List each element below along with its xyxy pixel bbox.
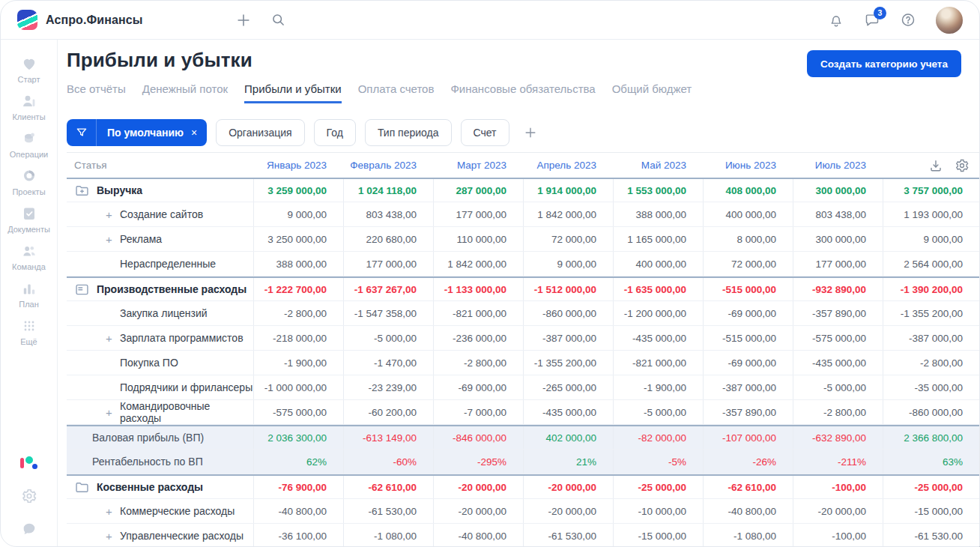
value-cell: -1 390 200,00 xyxy=(883,278,979,300)
sidebar-item-Операции[interactable]: Операции xyxy=(2,125,56,163)
value-cell: -265 000,00 xyxy=(523,375,613,399)
report-tabs: Все отчётыДенежный потокПрибыли и убытки… xyxy=(67,82,979,103)
add-filter-icon[interactable] xyxy=(523,125,538,140)
value-cell: 72 000,00 xyxy=(523,227,613,251)
value-cell: -860 000,00 xyxy=(523,301,613,325)
column-header-month[interactable]: Июнь 2023 xyxy=(703,160,793,171)
tab-Прибыли и убытки[interactable]: Прибыли и убытки xyxy=(244,82,342,103)
value-cell: 402 000,00 xyxy=(523,426,613,449)
filter-funnel-icon[interactable] xyxy=(67,119,97,146)
table-row: Покупка ПО-1 900,00-1 470,00-2 800,00-1 … xyxy=(67,351,979,375)
tab-Оплата счетов[interactable]: Оплата счетов xyxy=(358,82,435,103)
column-header-month[interactable]: Июль 2023 xyxy=(793,160,883,171)
row-name: Покупка ПО xyxy=(120,357,178,369)
sidebar-item-Команда[interactable]: Команда xyxy=(2,238,56,275)
expand-plus-icon[interactable]: + xyxy=(106,208,120,221)
row-name-cell: +Реклама xyxy=(67,227,253,251)
row-name-cell: +Зарплата программистов xyxy=(67,326,253,350)
table-row: Закупка лицензий-2 800,00-1 547 358,00-8… xyxy=(67,301,979,326)
value-cell: -35 000,00 xyxy=(883,375,979,399)
column-header-month[interactable]: Апрель 2023 xyxy=(523,160,613,171)
value-cell: 803 438,00 xyxy=(793,202,883,226)
brand-mini-logo-icon[interactable] xyxy=(20,455,38,471)
create-category-button[interactable]: Создать категорию учета xyxy=(807,50,961,77)
expand-plus-icon[interactable]: + xyxy=(106,505,120,518)
settings-gear-icon[interactable] xyxy=(21,488,37,504)
sidebar-item-Документы[interactable]: Документы xyxy=(2,200,56,238)
more-grid-icon xyxy=(20,317,38,335)
download-icon[interactable] xyxy=(928,158,943,173)
value-cell: -1 000 000,00 xyxy=(253,375,343,399)
search-icon[interactable] xyxy=(270,12,286,28)
row-name: Косвенные расходы xyxy=(97,481,203,493)
tab-Все отчёты[interactable]: Все отчёты xyxy=(67,82,126,103)
sidebar-item-label: Проекты xyxy=(12,187,45,196)
help-icon[interactable] xyxy=(900,12,916,28)
sidebar-item-Клиенты[interactable]: Клиенты xyxy=(2,88,56,125)
value-cell: -1 355 200,00 xyxy=(523,351,613,375)
expand-plus-icon[interactable]: + xyxy=(106,233,120,246)
row-name: Управленческие расходы xyxy=(120,530,244,542)
value-cell: 300 000,00 xyxy=(793,179,883,202)
tab-Финансовые обязательства[interactable]: Финансовые обязательства xyxy=(450,82,595,103)
value-cell: 3 250 000,00 xyxy=(253,227,343,251)
value-cell: -1 470,00 xyxy=(343,351,433,375)
value-cell: 62% xyxy=(253,450,343,474)
plan-icon xyxy=(20,279,38,297)
filter-chip-Тип периода[interactable]: Тип периода xyxy=(365,119,452,146)
support-chat-icon[interactable] xyxy=(21,521,37,537)
row-name-cell[interactable]: Выручка xyxy=(67,179,253,202)
value-cell: 2 366 800,00 xyxy=(883,426,979,449)
sidebar-item-Старт[interactable]: Старт xyxy=(2,50,56,88)
table-row: Выручка3 259 000,001 024 118,00287 000,0… xyxy=(67,178,979,202)
value-cell: -2 800,00 xyxy=(883,351,979,375)
expand-plus-icon[interactable]: + xyxy=(106,332,120,345)
value-cell: -295% xyxy=(433,450,523,474)
value-cell: -107 000,00 xyxy=(703,426,793,449)
note-icon xyxy=(74,282,90,297)
column-header-month[interactable]: Март 2023 xyxy=(433,160,523,171)
row-name-cell: Закупка лицензий xyxy=(67,301,253,325)
value-cell: -10 000,00 xyxy=(613,499,703,523)
expand-plus-icon[interactable]: + xyxy=(106,530,120,543)
filter-chip-Счет[interactable]: Счет xyxy=(461,119,509,146)
filter-chip-Год[interactable]: Год xyxy=(314,119,356,146)
table-row: +Коммерческие расходы-40 800,00-61 530,0… xyxy=(67,499,979,524)
value-cell: -20 000,00 xyxy=(523,499,613,523)
value-cell: -5 000,00 xyxy=(793,375,883,399)
filter-close-icon[interactable]: × xyxy=(190,127,207,139)
page-title: Прибыли и убытки xyxy=(67,49,252,72)
row-name-cell[interactable]: Косвенные расходы xyxy=(67,476,253,498)
value-cell: -2 800,00 xyxy=(793,400,883,424)
tab-Общий бюджет[interactable]: Общий бюджет xyxy=(612,82,692,103)
sidebar-item-label: План xyxy=(19,300,39,309)
value-cell: 110 000,00 xyxy=(433,227,523,251)
value-cell: -100,00 xyxy=(793,524,883,547)
row-name-cell: Рентабельность по ВП xyxy=(67,450,253,474)
value-cell: 287 000,00 xyxy=(433,179,523,202)
messages-chat-icon[interactable]: 3 xyxy=(864,12,880,28)
column-header-month[interactable]: Январь 2023 xyxy=(253,160,343,171)
row-name-cell[interactable]: Производственные расходы xyxy=(67,278,253,300)
table-row: Подрядчики и фрилансеры-1 000 000,00-23 … xyxy=(67,375,979,400)
sidebar-item-План[interactable]: План xyxy=(2,275,56,312)
expand-plus-icon[interactable]: + xyxy=(106,406,120,419)
user-avatar[interactable] xyxy=(936,7,963,34)
row-name-cell: +Коммерческие расходы xyxy=(67,499,253,523)
tab-Денежный поток[interactable]: Денежный поток xyxy=(142,82,228,103)
value-cell: 2 564 000,00 xyxy=(883,252,979,276)
table-settings-gear-icon[interactable] xyxy=(955,158,970,173)
notifications-bell-icon[interactable] xyxy=(828,12,844,28)
filter-chip-Организация[interactable]: Организация xyxy=(216,119,304,146)
sidebar-item-Ещё[interactable]: Ещё xyxy=(2,312,56,350)
active-filter-chip[interactable]: По умолчанию × xyxy=(67,119,207,146)
quick-add-icon[interactable] xyxy=(235,12,252,28)
sidebar-item-Проекты[interactable]: Проекты xyxy=(2,163,56,200)
column-header-month[interactable]: Май 2023 xyxy=(613,160,703,171)
table-header-row: СтатьяЯнварь 2023Февраль 2023Март 2023Ап… xyxy=(67,152,979,178)
value-cell: 177 000,00 xyxy=(343,252,433,276)
value-cell: 177 000,00 xyxy=(793,252,883,276)
value-cell: -60 200,00 xyxy=(343,400,433,424)
row-name-cell: Покупка ПО xyxy=(67,351,253,375)
column-header-month[interactable]: Февраль 2023 xyxy=(343,160,433,171)
